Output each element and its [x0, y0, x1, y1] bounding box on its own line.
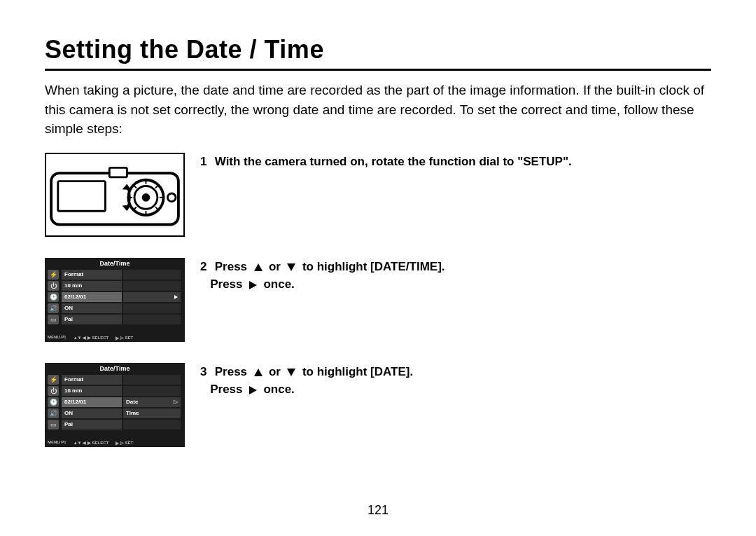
submenu-time: Time — [123, 408, 181, 418]
step-2: Date/Time ⚡ ⏻ 🕑 🔊 ▭ Format 10 min 02/12/… — [45, 258, 711, 342]
clock-icon: 🕑 — [48, 397, 59, 407]
clock-icon: 🕑 — [48, 292, 59, 302]
camera-illustration — [45, 153, 185, 237]
lcd-footer: MENU P1 ▲▼ ◀ ▶ SELECT ▷ SET — [48, 335, 182, 340]
svg-point-5 — [142, 193, 150, 202]
power-icon: ⏻ — [48, 281, 59, 291]
svg-rect-2 — [109, 167, 127, 177]
power-icon: ⏻ — [48, 386, 59, 396]
svg-rect-1 — [58, 181, 106, 211]
lcd-screenshot-2: Date/Time ⚡ ⏻ 🕑 🔊 ▭ Format 10 min 02/12/… — [45, 363, 185, 447]
title-rule — [45, 69, 711, 71]
menu-arrow — [123, 292, 181, 302]
submenu-date: Date▷ — [123, 397, 181, 407]
tv-icon: ▭ — [48, 420, 59, 430]
step-3: Date/Time ⚡ ⏻ 🕑 🔊 ▭ Format 10 min 02/12/… — [45, 363, 711, 447]
svg-point-16 — [167, 193, 176, 202]
menu-row-format: Format — [62, 375, 122, 385]
flash-icon: ⚡ — [48, 375, 59, 385]
speaker-icon: 🔊 — [48, 303, 59, 313]
menu-row-pal: Pal — [62, 420, 122, 430]
tv-icon: ▭ — [48, 315, 59, 324]
menu-row-10min: 10 min — [62, 386, 122, 396]
step-3-text: 3 Press or to highlight [DATE]. Press on… — [200, 363, 711, 399]
step-1-text: 1 With the camera turned on, rotate the … — [200, 153, 711, 171]
step-1: 1 With the camera turned on, rotate the … — [45, 153, 711, 237]
lcd-screenshot-1: Date/Time ⚡ ⏻ 🕑 🔊 ▭ Format 10 min 02/12/… — [45, 258, 185, 342]
right-arrow-icon — [249, 281, 257, 289]
menu-row-date: 02/12/01 — [62, 292, 122, 302]
menu-row-10min: 10 min — [62, 281, 122, 291]
down-arrow-icon — [287, 263, 295, 271]
lcd-footer: MENU P1 ▲▼ ◀ ▶ SELECT ▷ SET — [48, 440, 182, 445]
step-2-text: 2 Press or to highlight [DATE/TIME]. Pre… — [200, 258, 711, 294]
down-arrow-icon — [287, 369, 295, 376]
page-number: 121 — [0, 503, 756, 518]
up-arrow-icon — [254, 369, 262, 376]
menu-row-on: ON — [62, 408, 122, 418]
up-arrow-icon — [254, 263, 262, 271]
page-title: Setting the Date / Time — [45, 35, 711, 64]
intro-text: When taking a picture, the date and time… — [45, 81, 711, 139]
flash-icon: ⚡ — [48, 270, 59, 280]
menu-row-format: Format — [62, 270, 122, 280]
menu-row-date: 02/12/01 — [62, 397, 122, 407]
right-arrow-icon — [249, 386, 257, 394]
speaker-icon: 🔊 — [48, 408, 59, 418]
menu-row-pal: Pal — [62, 315, 122, 324]
menu-row-on: ON — [62, 303, 122, 313]
